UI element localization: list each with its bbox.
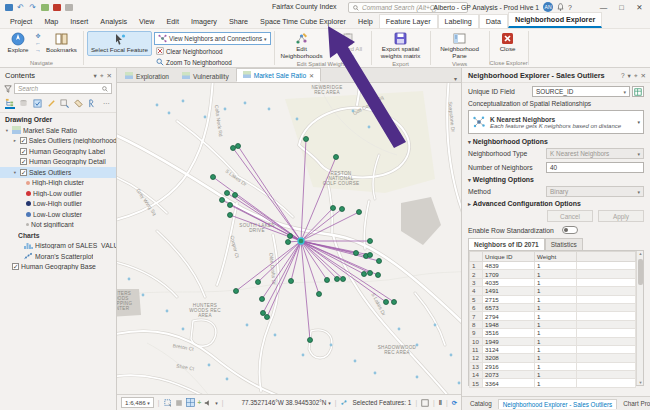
dock-tab-neighborhood-explorer-sales-outliers[interactable]: Neighborhood Explorer - Sales Outliers (498, 399, 618, 409)
ribbon-tab-analysis[interactable]: Analysis (94, 15, 133, 28)
conceptualization-select[interactable]: K Nearest Neighbors Each feature gets K … (468, 110, 644, 134)
toolbox-icon[interactable] (52, 3, 61, 12)
dock-tab-chart-properties[interactable]: Chart Properties (619, 399, 650, 408)
table-row[interactable]: 1131241 (470, 345, 636, 353)
audio-icon[interactable] (204, 399, 212, 407)
neighbors-tab-neighbors-of-id-2071[interactable]: Neighbors of ID 2071 (468, 238, 545, 250)
advanced-options-header[interactable]: ▸Advanced Configuration Options (468, 200, 644, 207)
next-extent-icon[interactable]: → (35, 47, 41, 53)
list-by-charts-icon[interactable] (88, 98, 98, 109)
unique-id-select[interactable]: SOURCE_ID▾ (532, 86, 630, 97)
help-icon[interactable]: ? (568, 4, 572, 11)
ribbon-tab-map[interactable]: Map (38, 15, 64, 28)
neighbors-tab-statistics[interactable]: Statistics (545, 238, 583, 250)
add-data-icon[interactable] (40, 3, 49, 12)
ribbon-tab-project[interactable]: Project (4, 15, 38, 28)
window-icon[interactable] (64, 3, 73, 12)
layer-item-human-geography-label[interactable]: ✓Human Geography Label (0, 146, 116, 157)
explore-button[interactable]: Explore (3, 31, 33, 55)
ribbon-tab-space-time-cube-explorer[interactable]: Space Time Cube Explorer (254, 15, 352, 28)
avatar[interactable]: AN (543, 2, 553, 12)
filter-icon[interactable] (4, 85, 12, 93)
row-standardization-toggle[interactable] (562, 226, 578, 234)
refresh-icon[interactable]: ⟳ (452, 399, 457, 407)
layer-item-human-geography-detail[interactable]: ✓Human Geography Detail (0, 157, 116, 168)
pause-drawing-icon[interactable]: ‖ (439, 399, 442, 406)
table-row[interactable]: 1019491 (470, 337, 636, 345)
ribbon-tab-help[interactable]: Help (352, 15, 379, 28)
neighborhood-pane-button[interactable]: Neighborhood Pane (434, 31, 486, 61)
tab-overflow-icon[interactable]: ▾ (454, 75, 461, 82)
close-explorer-button[interactable]: Close (493, 31, 523, 54)
view-tab-vulnerability[interactable]: Vulnerability (176, 70, 235, 82)
maximize-button[interactable]: □ (613, 1, 630, 15)
pin-icon[interactable]: ⌖ (100, 72, 104, 80)
layer-item-market-sale-ratio[interactable]: ▾Market Sale Ratio (0, 125, 116, 136)
list-by-drawing-order-icon[interactable] (5, 98, 15, 109)
edit-neighborhoods-button[interactable]: Edit Neighborhoods (278, 31, 326, 61)
layout-grid-icon[interactable] (421, 399, 429, 407)
ribbon-tab-labeling[interactable]: Labeling (438, 14, 479, 28)
view-tab-exploration[interactable]: Exploration (119, 70, 175, 82)
map-canvas[interactable]: NEWBRIDGEREC AREAGolf Course SqColts Nec… (117, 83, 461, 394)
list-by-snapping-icon[interactable] (60, 98, 70, 109)
layer-checkbox[interactable]: ✓ (20, 169, 27, 176)
table-row[interactable]: 727941 (470, 312, 636, 320)
open-table-button[interactable] (632, 86, 644, 97)
add-status-icon[interactable]: + (198, 399, 202, 406)
layer-item-human-geography-base[interactable]: ✓Human Geography Base (0, 262, 116, 273)
layer-checkbox[interactable]: ✓ (12, 263, 19, 270)
list-by-selection-icon[interactable] (33, 98, 43, 109)
layer-item-sales-outliers[interactable]: ▾✓Sales Outliers (0, 167, 116, 178)
basemap-grid-icon[interactable] (186, 398, 195, 407)
bookmarks-button[interactable]: Bookmarks (43, 31, 80, 55)
table-row[interactable]: 1420731 (470, 371, 636, 379)
layers-icon[interactable] (175, 399, 183, 407)
table-row[interactable]: 935161 (470, 329, 636, 337)
pane-help-icon[interactable]: ? (621, 72, 625, 80)
pane-menu-icon[interactable]: ▾ (628, 72, 631, 80)
previous-extent-icon[interactable]: ← (35, 40, 41, 46)
zoom-to-neighborhood-button[interactable]: Zoom To Neighborhood (154, 57, 271, 67)
ribbon-tab-data[interactable]: Data (479, 14, 508, 28)
close-tab-icon[interactable]: ✕ (309, 72, 314, 79)
number-of-neighbors-input[interactable]: 40 (546, 162, 644, 173)
list-by-labeling-icon[interactable] (74, 98, 84, 109)
coordinates-readout[interactable]: 77.3527146°W 38.9445302°N ▾ (241, 399, 330, 406)
layer-checkbox[interactable]: ✓ (20, 137, 27, 144)
contents-search-input[interactable]: Search (14, 83, 112, 94)
notifications-icon[interactable] (557, 3, 564, 11)
table-row[interactable]: 1533641 (470, 379, 636, 387)
chart-item-scatter[interactable]: Moran's Scatterplot (0, 251, 116, 262)
redo-icon[interactable]: ↷ (28, 3, 37, 12)
layer-checkbox[interactable]: ✓ (20, 158, 27, 165)
fit-extent-icon[interactable]: ✥ (35, 33, 41, 39)
save-icon[interactable] (4, 3, 13, 12)
expander-icon[interactable]: ▾ (12, 170, 18, 175)
expander-icon[interactable]: ▸ (12, 138, 18, 143)
list-by-data-source-icon[interactable] (19, 98, 29, 109)
view-neighbors-dropdown[interactable]: View Neighbors and Connections ▾ (154, 32, 271, 45)
table-row[interactable]: 527151 (470, 295, 636, 303)
table-row[interactable]: 819481 (470, 320, 636, 328)
select-tool-icon[interactable] (164, 399, 172, 407)
layer-item-sales-outliers-neighborhood-[interactable]: ▸✓Sales Outliers (neighborhood) (0, 136, 116, 147)
expander-icon[interactable]: ▾ (4, 128, 10, 133)
chart-item-histogram[interactable]: Histogram of SALES_VALUE (0, 241, 116, 252)
close-pane-icon[interactable]: ✕ (107, 72, 112, 80)
neighborhood-options-header[interactable]: ▾Neighborhood Options (468, 138, 644, 145)
table-row[interactable]: 1232081 (470, 354, 636, 362)
undo-icon[interactable]: ↶ (16, 3, 25, 12)
table-row[interactable]: 1329161 (470, 362, 636, 370)
ribbon-tab-share[interactable]: Share (223, 15, 254, 28)
table-row[interactable]: 665731 (470, 303, 636, 311)
ribbon-tab-view[interactable]: View (133, 15, 160, 28)
pane-close-icon[interactable]: ✕ (641, 72, 646, 80)
export-spatial-weights-button[interactable]: Export spatial weights matrix (375, 31, 427, 61)
dock-tab-catalog[interactable]: Catalog (466, 399, 496, 408)
pane-menu-icon[interactable]: ▾ (94, 72, 97, 80)
ribbon-tab-edit[interactable]: Edit (161, 15, 185, 28)
close-window-button[interactable]: ✕ (631, 1, 648, 15)
weighting-options-header[interactable]: ▾Weighting Options (468, 176, 644, 183)
table-row[interactable]: 340351 (470, 278, 636, 286)
